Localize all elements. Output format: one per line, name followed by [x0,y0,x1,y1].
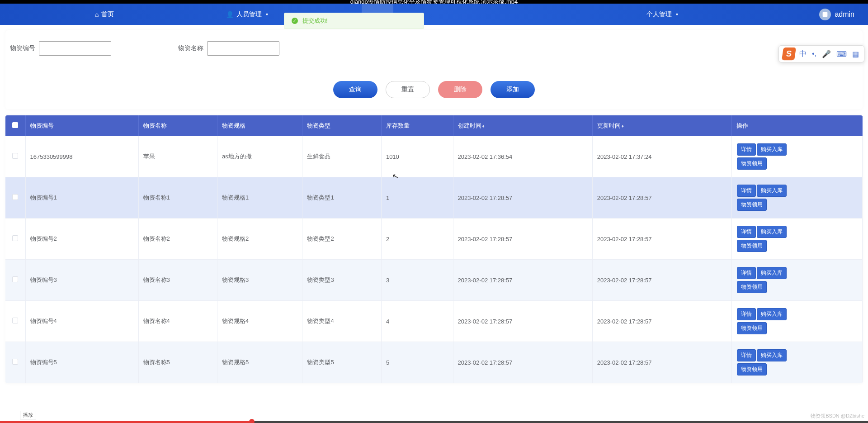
data-table-wrap: 物资编号 物资名称 物资规格 物资类型 库存数量 创建时间♦ 更新时间♦ 操作 … [5,115,863,383]
ime-toolbar[interactable]: S 中 •, 🎤 ⌨ ▦ [778,45,864,62]
table-row[interactable]: 物资编号2物资名称2物资规格2物资类型222023-02-02 17:28:57… [5,219,863,260]
cell-type: 物资类型2 [302,219,381,260]
receive-button[interactable]: 物资领用 [737,322,767,334]
cell-name: 物资名称1 [138,177,217,219]
row-checkbox[interactable] [12,235,18,241]
cell-spec: 物资规格2 [217,219,302,260]
query-button[interactable]: 查询 [333,81,377,98]
add-button[interactable]: 添加 [491,81,535,98]
search-panel: 物资编号 物资名称 查询 重置 删除 添加 [5,30,863,109]
buyin-button[interactable]: 购买入库 [757,226,787,238]
receive-button[interactable]: 物资领用 [737,240,767,252]
cell-updated: 2023-02-02 17:28:57 [592,219,731,260]
cell-type: 生鲜食品 [302,136,381,177]
buyin-button[interactable]: 购买入库 [757,349,787,361]
cell-code: 1675330599998 [25,136,138,177]
receive-button[interactable]: 物资领用 [737,281,767,293]
username: admin [835,10,854,19]
col-spec[interactable]: 物资规格 [217,115,302,136]
cell-stock: 4 [381,301,453,342]
row-checkbox[interactable] [12,194,18,200]
cell-created: 2023-02-02 17:28:57 [453,301,592,342]
user-badge[interactable]: admin [819,9,854,20]
table-row[interactable]: 1675330599998苹果as地方的撒生鲜食品10102023-02-02 … [5,136,863,177]
keyboard-icon[interactable]: ⌨ [835,50,848,58]
cell-spec: 物资规格3 [217,260,302,301]
row-checkbox[interactable] [12,318,18,323]
detail-button[interactable]: 详情 [737,308,756,320]
cell-name: 物资名称3 [138,260,217,301]
table-row[interactable]: 物资编号5物资名称5物资规格5物资类型552023-02-02 17:28:57… [5,342,863,383]
reset-button[interactable]: 重置 [386,81,430,98]
buyin-button[interactable]: 购买入库 [757,185,787,197]
col-stock[interactable]: 库存数量 [381,115,453,136]
nav-people-label: 人员管理 [236,10,262,19]
cell-code: 物资编号3 [25,260,138,301]
cell-code: 物资编号2 [25,219,138,260]
row-checkbox[interactable] [12,153,18,159]
table-row[interactable]: 物资编号1物资名称1物资规格1物资类型112023-02-02 17:28:57… [5,177,863,219]
window-title-bar: django疫情防控信息化平及情物资管理可视化系统 演示录像.mp4 [0,0,868,4]
cell-name: 苹果 [138,136,217,177]
person-icon: 👤 [226,11,234,18]
cell-actions: 详情购买入库物资领用 [731,136,862,177]
cell-type: 物资类型4 [302,301,381,342]
select-all-checkbox[interactable] [12,122,18,128]
success-toast: ✓ 提交成功! [284,13,424,29]
grid-icon[interactable]: ▦ [851,50,860,58]
microphone-icon[interactable]: 🎤 [821,50,832,58]
ime-lang[interactable]: 中 [798,49,808,59]
cell-code: 物资编号1 [25,177,138,219]
col-ops: 操作 [731,115,862,136]
detail-button[interactable]: 详情 [737,349,756,361]
buyin-button[interactable]: 购买入库 [757,308,787,320]
avatar [819,9,831,20]
cell-type: 物资类型5 [302,342,381,383]
cell-updated: 2023-02-02 17:28:57 [592,260,731,301]
nav-personal-mgmt[interactable]: 个人管理 ▾ [637,4,687,25]
cell-updated: 2023-02-02 17:28:57 [592,301,731,342]
cell-stock: 3 [381,260,453,301]
sort-icon: ♦ [482,124,485,128]
row-checkbox[interactable] [12,359,18,365]
check-icon: ✓ [292,18,298,24]
cell-type: 物资类型3 [302,260,381,301]
cell-updated: 2023-02-02 17:37:24 [592,136,731,177]
row-checkbox[interactable] [12,276,18,282]
detail-button[interactable]: 详情 [737,226,756,238]
ime-punct-icon[interactable]: •, [811,50,818,58]
col-name[interactable]: 物资名称 [138,115,217,136]
table-row[interactable]: 物资编号4物资名称4物资规格4物资类型442023-02-02 17:28:57… [5,301,863,342]
buyin-button[interactable]: 购买入库 [757,143,787,156]
cell-created: 2023-02-02 17:28:57 [453,260,592,301]
window-title: django疫情防控信息化平及情物资管理可视化系统 演示录像.mp4 [350,0,518,4]
col-type[interactable]: 物资类型 [302,115,381,136]
chevron-down-icon: ▾ [266,12,268,17]
delete-button[interactable]: 删除 [438,81,482,98]
receive-button[interactable]: 物资领用 [737,363,767,375]
material-code-input[interactable] [39,41,111,56]
cell-spec: as地方的撒 [217,136,302,177]
cell-stock: 5 [381,342,453,383]
cell-spec: 物资规格5 [217,342,302,383]
buyin-button[interactable]: 购买入库 [757,267,787,279]
col-updated[interactable]: 更新时间♦ [592,115,731,136]
material-name-label: 物资名称 [178,44,203,52]
receive-button[interactable]: 物资领用 [737,199,767,211]
cell-updated: 2023-02-02 17:28:57 [592,177,731,219]
detail-button[interactable]: 详情 [737,143,756,156]
detail-button[interactable]: 详情 [737,185,756,197]
nav-home[interactable]: ⌂ 首页 [86,10,123,19]
receive-button[interactable]: 物资领用 [737,157,767,170]
detail-button[interactable]: 详情 [737,267,756,279]
col-created[interactable]: 创建时间♦ [453,115,592,136]
cell-actions: 详情购买入库物资领用 [731,177,862,219]
material-name-input[interactable] [207,41,279,56]
table-row[interactable]: 物资编号3物资名称3物资规格3物资类型332023-02-02 17:28:57… [5,260,863,301]
cell-name: 物资名称2 [138,219,217,260]
cell-spec: 物资规格4 [217,301,302,342]
cell-type: 物资类型1 [302,177,381,219]
nav-people-mgmt[interactable]: 👤 人员管理 ▾ [217,4,277,25]
chevron-down-icon: ▾ [676,12,678,17]
col-code[interactable]: 物资编号 [25,115,138,136]
